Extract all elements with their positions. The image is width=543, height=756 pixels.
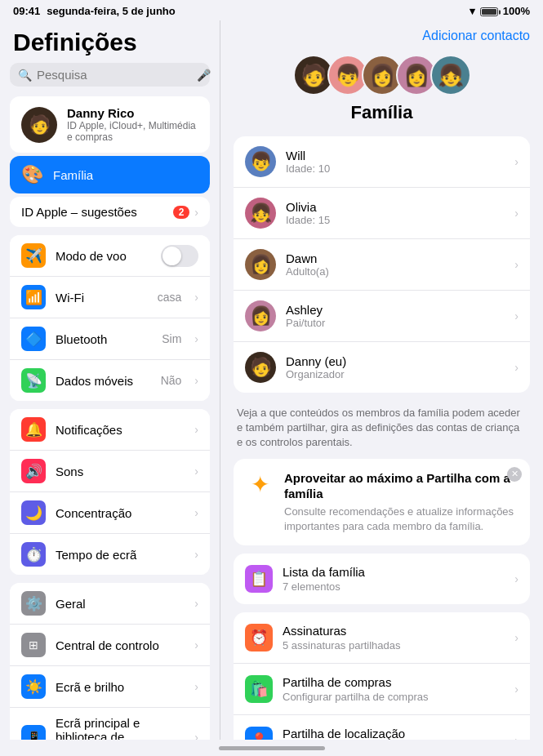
- action-info-location-sharing: Partilha de localização Não está a parti…: [283, 727, 505, 740]
- home-indicator: [0, 740, 543, 756]
- settings-item-notifications[interactable]: 🔔 Notificações ›: [10, 409, 210, 451]
- profile-info: Danny Rico ID Apple, iCloud+, Multimédia…: [67, 106, 198, 143]
- family-header: 🧑 👦 👩 👩 👧 Família: [234, 48, 530, 136]
- member-info-will: Will Idade: 10: [286, 149, 330, 175]
- settings-item-screen-time[interactable]: ⏱️ Tempo de ecrã ›: [10, 534, 210, 575]
- family-member-olivia[interactable]: 👧 Olivia Idade: 15 ›: [234, 188, 530, 239]
- suggestions-row[interactable]: ID Apple – sugestões 2 ›: [10, 197, 210, 227]
- homescreen-icon: 📱: [21, 725, 46, 740]
- action-info-family-list: Lista da família 7 elementos: [283, 565, 505, 593]
- search-icon: 🔍: [18, 69, 32, 82]
- settings-item-wifi[interactable]: 📶 Wi-Fi casa ›: [10, 277, 210, 318]
- sidebar: Definições 🔍 🎤 🧑 Danny Rico ID Apple, iC…: [0, 20, 220, 740]
- chevron-right-icon: ›: [514, 361, 519, 374]
- settings-item-general[interactable]: ⚙️ Geral ›: [10, 583, 210, 625]
- feature-close-button[interactable]: ✕: [507, 467, 522, 482]
- member-avatar-olivia: 👧: [245, 198, 276, 229]
- settings-label-bluetooth: Bluetooth: [56, 332, 152, 346]
- family-member-danny[interactable]: 🧑 Danny (eu) Organizador ›: [234, 342, 530, 393]
- feature-star-icon: ✦: [245, 470, 274, 500]
- chevron-right-icon: ›: [194, 680, 198, 693]
- general-icon: ⚙️: [21, 591, 46, 616]
- suggestions-badge: 2: [173, 206, 190, 219]
- settings-label-focus: Concentração: [56, 506, 185, 520]
- family-member-dawn[interactable]: 👩 Dawn Adulto(a) ›: [234, 239, 530, 291]
- cellular-icon: 📡: [21, 368, 46, 393]
- action-item-purchase-sharing[interactable]: 🛍️ Partilha de compras Configurar partil…: [234, 664, 530, 715]
- control-center-icon: ⊞: [21, 633, 46, 657]
- settings-item-flight-mode[interactable]: ✈️ Modo de voo: [10, 235, 210, 277]
- battery-icon: [480, 5, 498, 17]
- purchase-sharing-icon: 🛍️: [245, 675, 273, 703]
- member-avatar-dawn: 👩: [245, 249, 276, 280]
- feature-card[interactable]: ✦ Aproveitar ao máximo a Partilha com a …: [234, 459, 530, 545]
- chevron-right-icon: ›: [194, 206, 198, 219]
- family-members-group: 👦 Will Idade: 10 › 👧 Olivia Idade: 15 › …: [234, 136, 530, 393]
- settings-item-focus[interactable]: 🌙 Concentração ›: [10, 492, 210, 534]
- settings-item-cellular[interactable]: 📡 Dados móveis Não ›: [10, 360, 210, 401]
- familia-label: Família: [53, 168, 93, 182]
- subscriptions-icon: ⏰: [245, 624, 273, 651]
- family-info-text: Veja a que conteúdos os membros da famíl…: [234, 401, 530, 459]
- flight-mode-icon: ✈️: [21, 243, 46, 268]
- settings-label-notifications: Notificações: [56, 423, 185, 437]
- chevron-right-icon: ›: [514, 309, 519, 322]
- settings-label-wifi: Wi-Fi: [56, 291, 148, 305]
- family-list-icon: 📋: [245, 565, 273, 593]
- settings-item-bluetooth[interactable]: 🔷 Bluetooth Sim ›: [10, 318, 210, 360]
- familia-icon: 🎨: [21, 164, 43, 185]
- feature-title: Aproveitar ao máximo a Partilha com a fa…: [284, 470, 519, 502]
- feature-description: Consulte recomendações e atualize inform…: [284, 505, 519, 534]
- status-bar: 09:41 segunda-feira, 5 de junho ▾ 100%: [0, 0, 543, 20]
- profile-subtitle: ID Apple, iCloud+, Multimédia e compras: [67, 120, 198, 143]
- chevron-right-icon: ›: [194, 731, 198, 740]
- toggle-flight-mode[interactable]: [161, 245, 198, 267]
- notifications-icon: 🔔: [21, 417, 46, 442]
- action-item-location-sharing[interactable]: 📍 Partilha de localização Não está a par…: [234, 715, 530, 740]
- sidebar-item-familia[interactable]: 🎨 Família: [10, 156, 210, 193]
- family-avatars: 🧑 👦 👩 👩 👧: [293, 55, 471, 96]
- profile-card[interactable]: 🧑 Danny Rico ID Apple, iCloud+, Multiméd…: [10, 96, 210, 153]
- sounds-icon: 🔊: [21, 459, 46, 483]
- search-input[interactable]: [37, 68, 192, 82]
- family-title: Família: [351, 102, 413, 123]
- main-layout: Definições 🔍 🎤 🧑 Danny Rico ID Apple, iC…: [0, 20, 543, 740]
- member-info-danny: Danny (eu) Organizador: [286, 354, 346, 380]
- status-date: segunda-feira, 5 de junho: [47, 5, 175, 17]
- add-contact-button[interactable]: Adicionar contacto: [234, 20, 530, 48]
- toggle-knob: [162, 247, 181, 265]
- settings-label-flight-mode: Modo de voo: [56, 249, 151, 263]
- chevron-right-icon: ›: [514, 572, 519, 585]
- avatar: 🧑: [21, 107, 57, 143]
- chevron-right-icon: ›: [194, 423, 198, 436]
- wifi-icon: ▾: [470, 5, 475, 17]
- action-item-family-list[interactable]: 📋 Lista da família 7 elementos ›: [234, 554, 530, 604]
- action-info-purchase-sharing: Partilha de compras Configurar partilha …: [283, 675, 505, 703]
- chevron-right-icon: ›: [514, 155, 519, 168]
- search-bar[interactable]: 🔍 🎤: [10, 63, 210, 87]
- badge-chevron: 2 ›: [173, 206, 198, 219]
- screen-time-icon: ⏱️: [21, 542, 46, 567]
- chevron-right-icon: ›: [514, 207, 519, 220]
- family-member-ashley[interactable]: 👩 Ashley Pai/tutor ›: [234, 291, 530, 342]
- settings-group-notifications: 🔔 Notificações › 🔊 Sons › 🌙 Concentração…: [10, 409, 210, 575]
- action-item-subscriptions[interactable]: ⏰ Assinaturas 5 assinaturas partilhadas …: [234, 612, 530, 664]
- chevron-right-icon: ›: [194, 465, 198, 478]
- add-contact-label: Adicionar contacto: [422, 29, 530, 42]
- family-member-will[interactable]: 👦 Will Idade: 10 ›: [234, 136, 530, 188]
- member-info-ashley: Ashley Pai/tutor: [286, 303, 325, 329]
- display-icon: ☀️: [21, 674, 46, 699]
- action-group-services: ⏰ Assinaturas 5 assinaturas partilhadas …: [234, 612, 530, 740]
- home-bar: [219, 746, 325, 750]
- family-avatar-olivia: 👧: [430, 55, 471, 96]
- chevron-right-icon: ›: [514, 683, 519, 696]
- settings-item-homescreen[interactable]: 📱 Ecrã principal e biblioteca de aplicaç…: [10, 708, 210, 740]
- settings-label-cellular: Dados móveis: [56, 374, 151, 388]
- chevron-right-icon: ›: [194, 332, 198, 345]
- chevron-right-icon: ›: [194, 597, 198, 610]
- settings-item-sounds[interactable]: 🔊 Sons ›: [10, 451, 210, 492]
- member-avatar-will: 👦: [245, 146, 276, 177]
- settings-item-control-center[interactable]: ⊞ Central de controlo ›: [10, 625, 210, 666]
- settings-item-display[interactable]: ☀️ Ecrã e brilho ›: [10, 666, 210, 708]
- member-avatar-danny: 🧑: [245, 352, 276, 383]
